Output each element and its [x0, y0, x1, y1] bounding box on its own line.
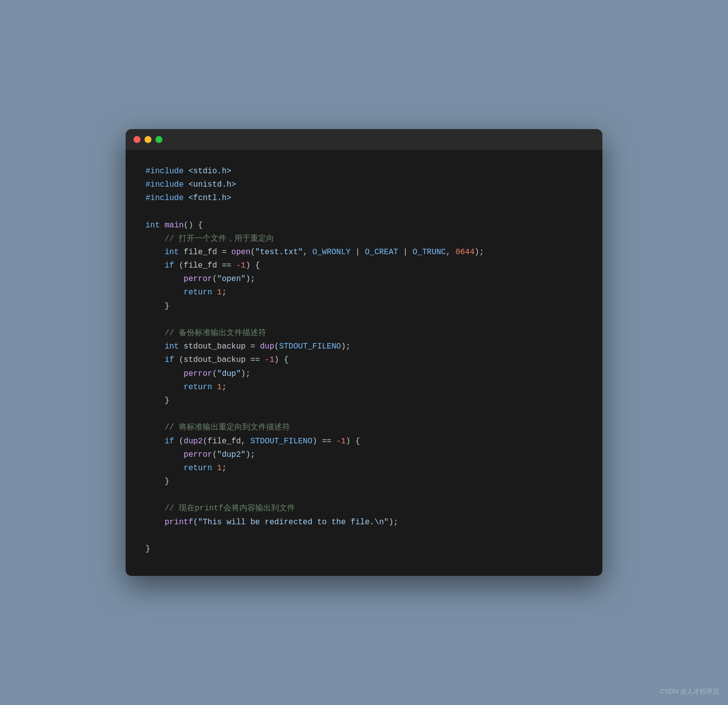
code-window: #include <stdio.h> #include <unistd.h> #… — [126, 129, 602, 576]
code-line: // 备份标准输出文件描述符 — [146, 327, 582, 340]
code-line: } — [146, 300, 582, 313]
code-line: return 1; — [146, 462, 582, 475]
titlebar — [126, 129, 602, 150]
code-line — [146, 489, 582, 502]
code-line — [146, 408, 582, 421]
close-button[interactable] — [134, 136, 141, 143]
code-line: printf("This will be redirected to the f… — [146, 516, 582, 529]
code-line: } — [146, 543, 582, 556]
code-line: perror("open"); — [146, 273, 582, 286]
code-line: return 1; — [146, 381, 582, 394]
code-line: if (stdout_backup == -1) { — [146, 353, 582, 367]
code-line: #include <fcntl.h> — [146, 192, 582, 205]
code-line: // 现在printf会将内容输出到文件 — [146, 502, 582, 515]
watermark: CSDN @人才程序员 — [660, 687, 719, 696]
code-editor: #include <stdio.h> #include <unistd.h> #… — [126, 150, 602, 576]
code-line: #include <unistd.h> — [146, 178, 582, 192]
minimize-button[interactable] — [145, 136, 151, 143]
code-line: int file_fd = open("test.txt", O_WRONLY … — [146, 246, 582, 259]
code-line — [146, 205, 582, 218]
code-line — [146, 313, 582, 327]
code-line: } — [146, 475, 582, 489]
code-line: } — [146, 394, 582, 408]
code-line — [146, 529, 582, 543]
code-line: perror("dup2"); — [146, 448, 582, 462]
code-line: // 将标准输出重定向到文件描述符 — [146, 421, 582, 434]
maximize-button[interactable] — [155, 136, 162, 143]
code-line: return 1; — [146, 286, 582, 299]
code-line: // 打开一个文件，用于重定向 — [146, 232, 582, 246]
code-line: int main() { — [146, 219, 582, 232]
code-line: if (file_fd == -1) { — [146, 259, 582, 273]
code-line: if (dup2(file_fd, STDOUT_FILENO) == -1) … — [146, 435, 582, 448]
code-line: int stdout_backup = dup(STDOUT_FILENO); — [146, 340, 582, 353]
code-line: #include <stdio.h> — [146, 165, 582, 178]
code-line: perror("dup"); — [146, 367, 582, 381]
